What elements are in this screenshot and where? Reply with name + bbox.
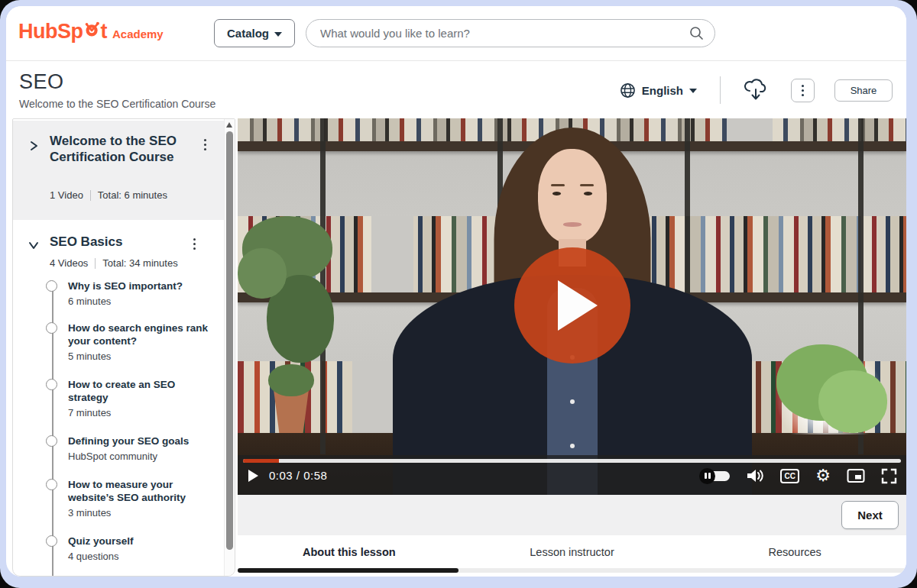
- lesson-item-measure-seo-authority[interactable]: How to measure your website’s SEO author…: [68, 478, 214, 519]
- progress-played: [243, 459, 279, 463]
- video-player[interactable]: 0:03 / 0:58 CC ⚙: [238, 118, 906, 495]
- section-video-count: 1 Video: [50, 189, 83, 201]
- page-background: HubSp t Academy Catalog SEO Welcome to t…: [0, 0, 917, 588]
- hubspot-sprocket-icon: [84, 20, 101, 38]
- video-controls-bar: 0:03 / 0:58 CC ⚙: [238, 455, 906, 495]
- scroll-up-arrow-icon[interactable]: [226, 122, 232, 128]
- language-label: English: [642, 84, 683, 97]
- tab-scroll-track[interactable]: [238, 568, 906, 573]
- lesson-item-defining-seo-goals[interactable]: Defining your SEO goals HubSpot communit…: [68, 435, 214, 463]
- chevron-down-icon[interactable]: [28, 240, 39, 250]
- search-icon[interactable]: [689, 26, 704, 40]
- scrollbar-thumb[interactable]: [226, 131, 233, 550]
- lesson-status-circle: [46, 280, 57, 292]
- lesson-title: Quiz yourself: [68, 535, 214, 548]
- search-bar: [306, 19, 715, 47]
- presenter-eye: [584, 192, 592, 195]
- course-header: SEO Welcome to the SEO Certification Cou…: [6, 61, 906, 118]
- fullscreen-icon[interactable]: [881, 468, 897, 484]
- lesson-duration: 7 minutes: [68, 407, 214, 419]
- lesson-title: How do search engines rank your content?: [68, 321, 214, 347]
- kebab-icon: [802, 85, 804, 96]
- hubspot-wordmark: HubSp t: [18, 20, 107, 44]
- section-menu-button[interactable]: [193, 238, 196, 250]
- sidebar-scrollbar[interactable]: [224, 119, 235, 576]
- cloud-download-icon: [744, 79, 768, 102]
- lesson-duration: HubSpot community: [68, 451, 214, 463]
- volume-icon[interactable]: [746, 467, 764, 484]
- controls-left: 0:03 / 0:58: [248, 469, 327, 482]
- section-menu-button[interactable]: [204, 139, 206, 150]
- academy-wordmark: Academy: [112, 27, 164, 40]
- lesson-item-quiz-yourself[interactable]: Quiz yourself 4 questions: [68, 535, 214, 563]
- play-button[interactable]: [514, 247, 630, 363]
- course-outline-sidebar: Welcome to the SEO Certification Course …: [12, 118, 235, 577]
- chevron-down-icon: [689, 89, 697, 93]
- share-label: Share: [851, 85, 877, 96]
- section-title: SEO Basics: [50, 234, 186, 250]
- catalog-dropdown-button[interactable]: Catalog: [214, 19, 295, 47]
- presenter-eye: [552, 192, 561, 195]
- active-tab-indicator[interactable]: [238, 568, 458, 573]
- play-pause-button[interactable]: [248, 470, 258, 482]
- next-button[interactable]: Next: [841, 501, 899, 529]
- section-total-time: Total: 34 minutes: [102, 257, 177, 269]
- tab-about-this-lesson[interactable]: About this lesson: [238, 535, 461, 568]
- presenter-brow: [580, 184, 594, 186]
- search-input[interactable]: [306, 19, 715, 47]
- language-selector[interactable]: English: [620, 82, 697, 99]
- divider: [90, 190, 91, 201]
- lesson-title: Defining your SEO goals: [68, 435, 214, 447]
- page-title: SEO: [19, 70, 64, 94]
- lesson-list: Why is SEO important? 6 minutes How do s…: [13, 279, 225, 576]
- settings-gear-icon[interactable]: ⚙: [815, 468, 831, 483]
- section-meta: 4 Videos Total: 34 minutes: [50, 257, 178, 269]
- plant-leaves: [818, 370, 887, 433]
- lesson-item-why-is-seo-important[interactable]: Why is SEO important? 6 minutes: [68, 279, 214, 308]
- lesson-title: How to measure your website’s SEO author…: [68, 478, 214, 504]
- divider: [95, 258, 96, 269]
- shirt-button: [570, 444, 575, 448]
- lesson-navigation-strip: Next: [238, 495, 906, 535]
- section-total-time: Total: 6 minutes: [98, 189, 167, 201]
- plant-leaves: [238, 248, 287, 299]
- cc-label: CC: [785, 472, 795, 480]
- header-actions: English Share: [620, 76, 899, 104]
- seek-bar[interactable]: [243, 459, 901, 463]
- share-button[interactable]: Share: [834, 79, 893, 102]
- chevron-right-icon[interactable]: [28, 141, 39, 151]
- lesson-tabs: About this lesson Lesson instructor Reso…: [238, 535, 906, 568]
- divider: [720, 76, 721, 104]
- lesson-item-create-seo-strategy[interactable]: How to create an SEO strategy 7 minutes: [68, 378, 214, 419]
- lesson-duration: 4 questions: [68, 551, 214, 563]
- lesson-item-search-engines-rank[interactable]: How do search engines rank your content?…: [68, 321, 214, 363]
- lesson-duration: 3 minutes: [68, 507, 214, 519]
- lesson-status-circle: [46, 322, 57, 334]
- sidebar-section-seo-basics[interactable]: SEO Basics 4 Videos Total: 34 minutes: [13, 232, 225, 279]
- download-certificate-button[interactable]: [742, 76, 770, 104]
- globe-icon: [620, 82, 636, 99]
- autoplay-toggle[interactable]: [699, 470, 730, 483]
- page-subtitle: Welcome to the SEO Certification Course: [19, 98, 215, 110]
- presenter-brow: [551, 184, 565, 186]
- lesson-status-circle: [46, 435, 57, 447]
- play-icon: [558, 280, 598, 331]
- hubspot-academy-logo[interactable]: HubSp t Academy: [18, 20, 164, 44]
- tab-lesson-instructor[interactable]: Lesson instructor: [461, 535, 684, 568]
- lesson-duration: 5 minutes: [68, 351, 214, 363]
- chevron-down-icon: [274, 32, 282, 37]
- captions-button[interactable]: CC: [780, 469, 799, 483]
- next-label: Next: [857, 509, 883, 522]
- presenter-face: [538, 149, 607, 244]
- time-display: 0:03 / 0:58: [269, 469, 327, 482]
- section-video-count: 4 Videos: [50, 257, 88, 269]
- controls-right: CC ⚙: [699, 467, 897, 484]
- lesson-status-circle: [46, 479, 57, 490]
- lesson-status-circle: [46, 379, 57, 390]
- more-options-button[interactable]: [791, 79, 815, 102]
- presenter-lips: [563, 222, 582, 227]
- sidebar-section-welcome[interactable]: Welcome to the SEO Certification Course …: [13, 121, 225, 220]
- app-card: HubSp t Academy Catalog SEO Welcome to t…: [6, 6, 906, 577]
- tab-resources[interactable]: Resources: [683, 535, 906, 568]
- picture-in-picture-icon[interactable]: [847, 468, 865, 483]
